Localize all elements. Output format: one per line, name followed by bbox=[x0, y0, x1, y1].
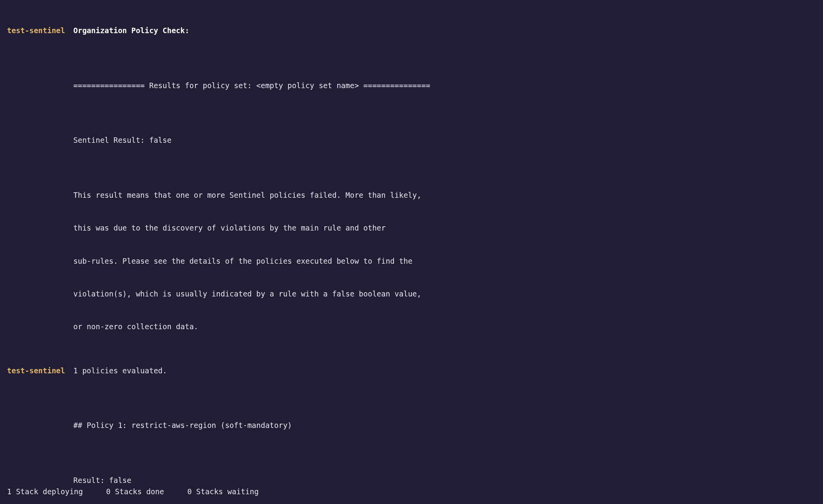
log-line: ================ Results for policy set:… bbox=[7, 80, 816, 91]
sentinel-result: Sentinel Result: false bbox=[73, 135, 172, 146]
log-text: This result means that one or more Senti… bbox=[73, 190, 421, 201]
status-waiting: 0 Stacks waiting bbox=[187, 487, 259, 496]
status-deploying: 1 Stack deploying bbox=[7, 487, 83, 496]
stack-prefix: test-sentinel bbox=[7, 25, 73, 36]
status-done: 0 Stacks done bbox=[106, 487, 164, 496]
log-line: test-sentinel Organization Policy Check: bbox=[7, 25, 816, 36]
log-text: sub-rules. Please see the details of the… bbox=[73, 256, 412, 266]
policy-check-header: Organization Policy Check: bbox=[73, 25, 189, 36]
log-line: Result: false bbox=[7, 475, 816, 486]
policy-result: Result: false bbox=[73, 475, 131, 486]
log-text: this was due to the discovery of violati… bbox=[73, 222, 386, 233]
log-text: or non-zero collection data. bbox=[73, 321, 198, 332]
log-line: violation(s), which is usually indicated… bbox=[7, 288, 816, 299]
log-line: This result means that one or more Senti… bbox=[7, 190, 816, 201]
log-line: this was due to the discovery of violati… bbox=[7, 222, 816, 233]
policy-title: ## Policy 1: restrict-aws-region (soft-m… bbox=[73, 420, 292, 431]
status-bar: 1 Stack deploying 0 Stacks done 0 Stacks… bbox=[7, 486, 277, 497]
log-line: or non-zero collection data. bbox=[7, 321, 816, 332]
log-line: sub-rules. Please see the details of the… bbox=[7, 256, 816, 266]
log-line: test-sentinel 1 policies evaluated. bbox=[7, 365, 816, 376]
terminal-output: test-sentinel Organization Policy Check:… bbox=[0, 0, 823, 504]
log-line: Sentinel Result: false bbox=[7, 135, 816, 146]
log-text: violation(s), which is usually indicated… bbox=[73, 288, 421, 299]
log-line: ## Policy 1: restrict-aws-region (soft-m… bbox=[7, 420, 816, 431]
results-divider: ================ Results for policy set:… bbox=[73, 80, 430, 91]
stack-prefix: test-sentinel bbox=[7, 365, 73, 376]
policies-evaluated: 1 policies evaluated. bbox=[73, 365, 167, 376]
